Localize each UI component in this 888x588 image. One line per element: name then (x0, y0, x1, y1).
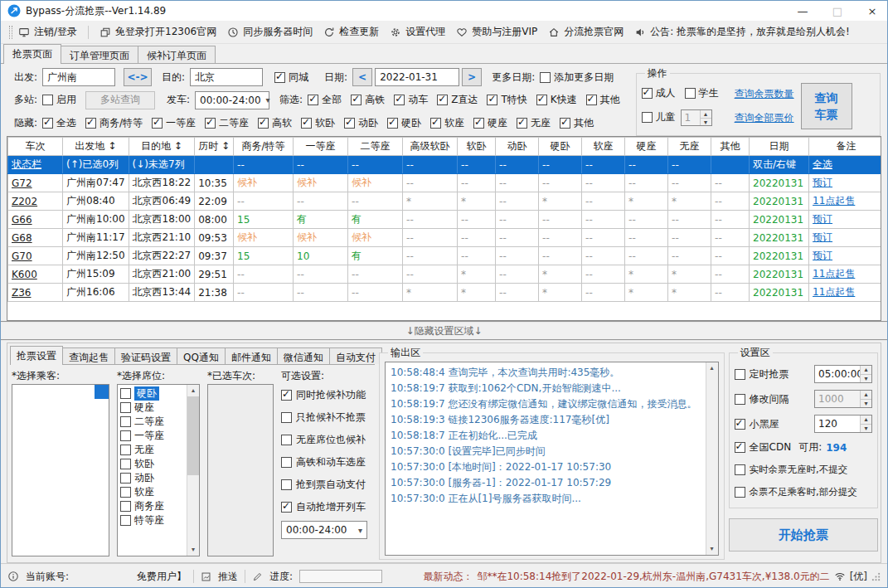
passenger-list[interactable] (12, 384, 109, 556)
checkbox[interactable] (387, 118, 398, 129)
checkbox[interactable] (85, 118, 96, 129)
column-header[interactable]: 软座 (582, 138, 625, 156)
checkbox[interactable] (152, 118, 163, 129)
grab-option-3[interactable]: 高铁和动车选座 (281, 451, 373, 474)
child-count-stepper[interactable]: 1 ▴ ▾ (681, 109, 712, 126)
scrollbar-thumb[interactable] (187, 396, 199, 475)
grab-option-0[interactable]: 同时抢候补功能 (281, 384, 373, 406)
column-header[interactable]: 历时 ↕ (195, 138, 234, 156)
start-grab-button[interactable]: 开始抢票 (729, 518, 878, 552)
train-number-link[interactable]: Z36 (8, 284, 63, 302)
student-checkbox[interactable]: 学生 (685, 86, 719, 100)
checkbox[interactable] (473, 118, 484, 129)
train-number-link[interactable]: G70 (8, 247, 63, 265)
checkbox[interactable] (437, 95, 448, 105)
seat-option-7[interactable]: 软座 (118, 485, 187, 499)
checkbox[interactable] (120, 430, 131, 441)
stepper-up-icon[interactable]: ▴ (861, 391, 871, 400)
status-bar-cell[interactable]: 状态栏 (8, 156, 63, 174)
grab-option-4[interactable]: 抢到票自动支付 (281, 474, 373, 496)
checkbox[interactable] (735, 442, 745, 453)
stepper-up-icon[interactable]: ▴ (701, 110, 711, 119)
column-header[interactable]: 一等座 (294, 138, 348, 156)
checkbox[interactable] (281, 502, 292, 513)
checkbox[interactable] (281, 479, 292, 490)
checkbox[interactable] (735, 419, 745, 430)
checkbox[interactable] (685, 88, 696, 99)
seat-option-3[interactable]: 一等座 (118, 429, 187, 443)
grab-time-range-select[interactable]: 00:00-24:00▾ (281, 521, 367, 539)
train-number-link[interactable]: G66 (8, 211, 63, 229)
checkbox[interactable] (308, 95, 318, 105)
toolbar-item-4[interactable]: 设置代理 (390, 25, 445, 39)
checkbox[interactable] (120, 388, 131, 399)
column-header[interactable]: 动卧 (496, 138, 539, 156)
remark-link[interactable]: 预订 (809, 174, 881, 192)
selected-trains-box[interactable] (207, 384, 274, 556)
checkbox[interactable] (517, 118, 527, 129)
settings-tab-3[interactable]: QQ通知 (177, 347, 226, 364)
filter-option-0[interactable]: 全部 (308, 93, 342, 107)
adult-checkbox[interactable]: 成人 (642, 86, 676, 100)
prev-date-button[interactable]: < (352, 68, 372, 86)
column-header[interactable]: 无座 (668, 138, 711, 156)
hide-option-4[interactable]: 高软 (258, 116, 292, 130)
spinner[interactable]: 05:00:00▴▾ (814, 365, 872, 383)
toolbar-item-3[interactable]: 检查更新 (323, 25, 379, 39)
remark-link[interactable]: 11点起售 (809, 284, 881, 302)
setting-extra-1[interactable]: 余票不足乘客时,部分提交 (735, 481, 872, 503)
query-remaining-link[interactable]: 查询余票数量 (735, 87, 794, 101)
query-tickets-button[interactable]: 查询车票 (801, 83, 852, 129)
checkbox[interactable] (281, 457, 292, 468)
train-number-link[interactable]: K600 (8, 265, 63, 284)
date-input[interactable]: 2022-01-31 (375, 68, 459, 86)
hide-option-9[interactable]: 硬座 (473, 116, 507, 130)
checkbox[interactable] (120, 402, 131, 413)
table-row[interactable]: Z202广州08:40北京西06:4922:09------**--*--**-… (8, 192, 882, 211)
seat-option-2[interactable]: 二等座 (118, 415, 187, 429)
checkbox[interactable] (120, 501, 131, 512)
remark-link[interactable]: 预订 (809, 229, 881, 247)
checkbox[interactable] (42, 118, 53, 129)
stepper-down-icon[interactable]: ▾ (861, 425, 871, 433)
scroll-up-icon[interactable]: ▴ (187, 385, 199, 396)
checkbox[interactable] (301, 118, 312, 129)
hide-option-11[interactable]: 其他 (560, 116, 594, 130)
settings-tab-4[interactable]: 邮件通知 (225, 347, 278, 364)
scroll-up-icon[interactable]: ▴ (706, 362, 718, 374)
remark-link[interactable]: 11点起售 (809, 192, 881, 211)
seat-option-0[interactable]: 硬卧 (118, 386, 187, 401)
checkbox[interactable] (120, 487, 131, 498)
hide-option-8[interactable]: 软座 (430, 116, 464, 130)
select-all-link[interactable]: 全选 (809, 156, 881, 174)
toolbar-item-2[interactable]: 同步服务器时间 (227, 25, 313, 39)
filter-option-3[interactable]: Z直达 (437, 93, 478, 107)
spinner[interactable]: 120▴▾ (814, 415, 872, 433)
column-header[interactable]: 二等座 (348, 138, 403, 156)
grid-status-row[interactable]: 状态栏(↑)已选0列(↓)未选7列--------------------双击/… (8, 156, 882, 174)
checkbox[interactable] (120, 515, 131, 526)
checkbox[interactable] (120, 416, 131, 427)
table-row[interactable]: G66广州南10:00北京西18:0008:0015有有------------… (8, 211, 882, 229)
checkbox[interactable] (642, 112, 653, 123)
column-header[interactable]: 软卧 (458, 138, 496, 156)
checkbox[interactable] (351, 95, 362, 105)
filter-option-2[interactable]: 动车 (394, 93, 428, 107)
checkbox[interactable] (281, 412, 292, 423)
hide-option-10[interactable]: 无座 (517, 116, 551, 130)
checkbox[interactable] (540, 72, 551, 83)
child-checkbox[interactable]: 儿童 (642, 110, 676, 124)
checkbox[interactable] (536, 95, 547, 105)
toolbar-item-5[interactable]: 赞助与注册VIP (456, 25, 537, 39)
seat-option-1[interactable]: 硬座 (118, 401, 187, 415)
filter-option-4[interactable]: T特快 (487, 93, 526, 107)
checkbox[interactable] (274, 72, 285, 83)
same-city-checkbox[interactable]: 同城 (274, 70, 308, 85)
depart-input[interactable]: 广州南 (42, 68, 115, 86)
spinner[interactable]: 1000▴▾ (814, 390, 872, 408)
checkbox[interactable] (735, 464, 745, 475)
cdn-checkbox-row[interactable]: 全国CDN 可用: 194 (735, 436, 872, 459)
stepper-down-icon[interactable]: ▾ (861, 400, 871, 408)
dest-input[interactable]: 北京 (190, 68, 263, 86)
checkbox[interactable] (42, 95, 53, 105)
